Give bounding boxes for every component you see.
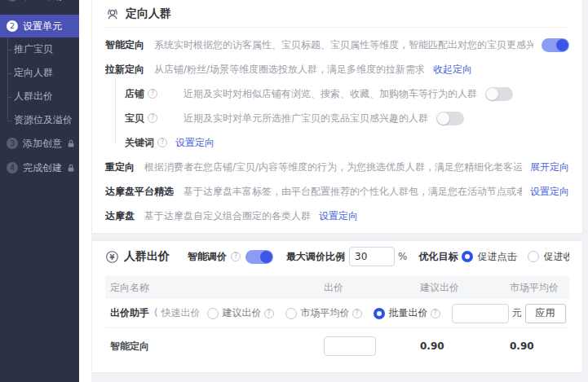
smart-adjust-label: 智能调价 [188,250,227,264]
helper-option-batch[interactable]: 批量出价 [374,306,440,320]
dmp-featured-row: 达摩盘平台精选 基于达摩盘丰富标签，由平台配置推荐的个性化人群包，满足您在活动节… [105,179,569,204]
row-label: 重定向 [105,160,135,174]
row-description: 近期及实时对相似店铺有浏览、搜索、收藏、加购物车等行为的人群 [183,87,477,101]
radio-selected[interactable] [462,251,473,262]
smart-adjust-toggle[interactable] [245,250,273,264]
radio-label: 促进点击 [477,250,516,264]
col-suggested-bid: 建议出价 [420,281,510,295]
radio-label: 市场平均价 [301,306,350,320]
step-number-badge: 3 [7,138,18,149]
shop-targeting-toggle[interactable] [485,87,513,101]
help-icon[interactable] [157,138,167,147]
help-icon[interactable] [231,252,241,261]
targeting-name: 智能定向 [110,340,324,353]
row-description: 从店铺/粉丝/场景等维度圈选投放人群，满足多维度的拉新需求 [154,63,425,77]
smart-targeting-row: 智能定向 系统实时根据您的访客属性、宝贝标题、宝贝属性等维度，智能匹配出对您的宝… [105,33,569,57]
substep-label: 推广宝贝 [14,42,53,56]
substep-label: 定向人群 [14,66,53,80]
row-label: 达摩盘平台精选 [105,185,174,199]
sidebar-step-setup-plan[interactable]: 1 设置计划 [0,0,79,7]
panel-gap [91,234,588,240]
new-customer-targeting-row: 拉新定向 从店铺/粉丝/场景等维度圈选投放人群，满足多维度的拉新需求 收起定向 [105,57,569,81]
col-market-average: 市场平均价 [510,281,569,295]
radio-label: 促进收藏加购 [543,250,569,264]
radio[interactable] [528,251,539,262]
col-targeting-name: 定向名称 [110,281,324,295]
set-targeting-link[interactable]: 设置定向 [319,209,358,223]
shop-targeting-row: 店铺 近期及实时对相似店铺有浏览、搜索、收藏、加购物车等行为的人群 [125,81,569,106]
sidebar-item-audience-bid[interactable]: 人群出价 [0,85,79,108]
row-description: 系统实时根据您的访客属性、宝贝标题、宝贝属性等维度，智能匹配出对您的宝贝更感兴趣… [154,38,533,52]
radio-label: 批量出价 [389,306,428,320]
audience-icon [105,7,120,21]
helper-option-market[interactable]: 市场平均价 [285,306,362,320]
step-number-badge: 4 [7,162,18,173]
smart-targeting-toggle[interactable] [542,38,569,52]
sidebar-item-promote-item[interactable]: 推广宝贝 [0,37,79,61]
help-icon[interactable] [148,89,157,99]
radio-label: 建议出价 [223,306,262,320]
campaign-setup-page: 1 设置计划 2 设置单元 推广宝贝 定向人群 人群出价 资源位及溢价 3 添加… [0,0,588,382]
substep-label: 人群出价 [14,90,53,103]
percent-unit: % [398,251,407,262]
row-label: 店铺 [125,87,144,101]
help-icon[interactable] [264,309,274,318]
item-targeting-row: 宝贝 近期及实时对单元所选推广宝贝的竞品宝贝感兴趣的人群 [125,106,569,130]
step-label: 设置计划 [23,0,62,3]
main-content: 定向人群 智能定向 系统实时根据您的访客属性、宝贝标题、宝贝属性等维度，智能匹配… [79,0,588,382]
row-label: 智能定向 [105,38,144,52]
sidebar-item-placement-premium[interactable]: 资源位及溢价 [0,108,79,132]
lock-icon [67,139,75,148]
radio[interactable] [285,308,297,319]
sidebar-step-finish[interactable]: 4 完成创建 [0,156,79,179]
yuan-unit: 元 [512,306,522,320]
optimize-goal-label: 优化目标 [418,250,458,264]
row-description: 近期及实时对单元所选推广宝贝的竞品宝贝感兴趣的人群 [183,112,428,125]
max-ratio-label: 最大调价比例 [286,250,345,264]
panel-title: 定向人群 [126,7,171,21]
step-number-badge: 2 [7,20,18,32]
expand-targeting-link[interactable]: 展开定向 [530,160,569,174]
max-ratio-input[interactable] [349,247,395,266]
row-description: 基于达摩盘自定义组合圈定的各类人群 [144,209,311,223]
panel-title: 人群出价 [124,249,170,264]
help-icon[interactable] [352,309,362,318]
row-label: 关键词 [125,136,154,150]
optimize-option-favorites[interactable]: 促进收藏加购 [528,250,569,264]
row-label: 拉新定向 [105,63,144,77]
bid-table-header: 定向名称 出价 建议出价 市场平均价 [105,276,569,299]
substep-label: 资源位及溢价 [14,113,73,127]
apply-button[interactable]: 应用 [525,304,566,323]
optimize-option-clicks[interactable]: 促进点击 [462,250,516,264]
bid-panel-header: ¥ 人群出价 智能调价 最大调价比例 % 优化目标 促进点击 [105,241,569,272]
new-customer-sub-options: 店铺 近期及实时对相似店铺有浏览、搜索、收藏、加购物车等行为的人群 宝贝 [105,81,569,155]
market-average-value: 0.90 [510,340,569,352]
radio-selected[interactable] [374,308,385,319]
suggested-bid-value: 0.90 [420,340,510,352]
sidebar-step-add-creative[interactable]: 3 添加创意 [0,132,79,155]
quick-bid-prefix: ( 快速出价 [154,306,201,320]
sidebar-item-audience-targeting[interactable]: 定向人群 [0,61,79,85]
set-targeting-link[interactable]: 设置定向 [530,185,569,199]
help-icon[interactable] [431,309,440,318]
svg-text:¥: ¥ [110,252,115,261]
bid-table-row-smart-targeting: 智能定向 0.90 0.90 [105,328,569,364]
panel-header: 定向人群 [105,0,569,28]
batch-bid-input[interactable] [452,304,509,323]
row-label: 宝贝 [125,112,144,125]
set-targeting-link[interactable]: 设置定向 [175,136,214,150]
radio[interactable] [207,308,219,319]
collapse-targeting-link[interactable]: 收起定向 [433,63,472,77]
lock-icon [67,164,75,173]
audience-targeting-panel: 定向人群 智能定向 系统实时根据您的访客属性、宝贝标题、宝贝属性等维度，智能匹配… [91,0,583,234]
retargeting-row: 重定向 根据消费者在您店铺/宝贝/内容等维度的行为，为您挑选优质人群，满足您精细… [105,155,569,179]
help-icon[interactable] [148,113,157,123]
bid-input[interactable] [324,336,376,356]
keyword-targeting-row: 关键词 设置定向 [125,130,569,155]
bid-yuan-icon: ¥ [105,250,119,264]
sidebar-step-setup-unit[interactable]: 2 设置单元 [0,15,79,37]
item-targeting-toggle[interactable] [436,112,464,125]
helper-option-suggested[interactable]: 建议出价 [207,306,274,320]
step-number-badge: 1 [7,0,18,2]
bid-helper-row: 出价助手 ( 快速出价 建议出价 市场平均价 批量出价 [105,299,569,328]
